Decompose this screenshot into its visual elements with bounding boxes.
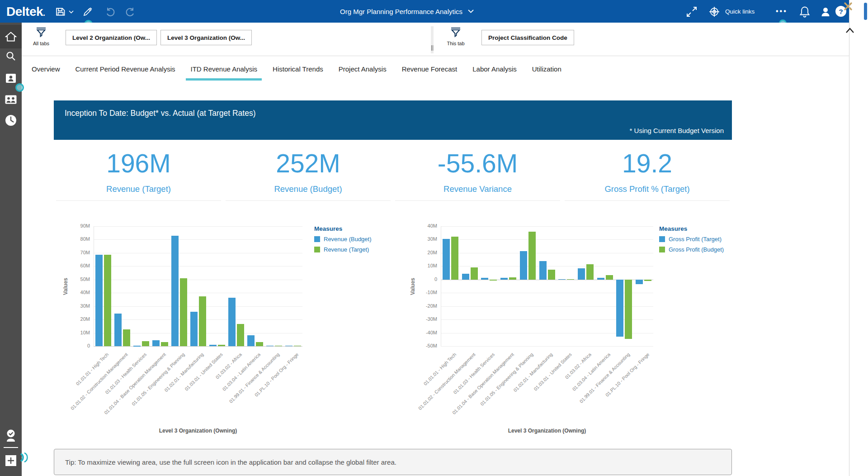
- bar-gross-profit-target[interactable]: [443, 239, 450, 280]
- chart-legend: MeasuresGross Profit (Target)Gross Profi…: [659, 225, 724, 257]
- employee-badge-icon[interactable]: [0, 73, 22, 83]
- bar-revenue-budget[interactable]: [152, 340, 160, 346]
- bar-gross-profit-budget[interactable]: [471, 267, 478, 280]
- filter-chip-level3-org[interactable]: Level 3 Organization (Ow...: [160, 30, 252, 45]
- save-icon[interactable]: [54, 5, 67, 18]
- history-clock-icon[interactable]: [0, 114, 22, 127]
- bar-gross-profit-budget[interactable]: [528, 232, 536, 279]
- bar-revenue-target[interactable]: [275, 346, 282, 347]
- tab-revenue-forecast[interactable]: Revenue Forecast: [397, 56, 462, 81]
- kpi-value: 196M: [56, 149, 221, 178]
- bar-revenue-budget[interactable]: [247, 335, 255, 346]
- bar-gross-profit-budget[interactable]: [490, 280, 497, 281]
- dashboard-title[interactable]: Org Mgr Planning Performance Analytics: [340, 0, 474, 23]
- bar-revenue-target[interactable]: [199, 296, 206, 346]
- filter-chip-level2-org[interactable]: Level 2 Organization (Ow...: [66, 30, 157, 45]
- edit-pencil-icon[interactable]: [81, 5, 94, 18]
- bar-revenue-budget[interactable]: [190, 312, 198, 346]
- bar-revenue-budget[interactable]: [209, 345, 217, 346]
- people-group-icon[interactable]: [0, 95, 22, 104]
- legend-label: Revenue (Target): [324, 246, 369, 253]
- vertical-scrollbar-thumb[interactable]: [864, 3, 867, 20]
- bar-revenue-target[interactable]: [294, 346, 301, 347]
- bar-gross-profit-target[interactable]: [578, 268, 585, 280]
- bar-gross-profit-target[interactable]: [636, 280, 643, 284]
- bar-revenue-budget[interactable]: [228, 298, 236, 347]
- tab-itd-revenue-analysis[interactable]: ITD Revenue Analysis: [186, 56, 262, 81]
- bar-revenue-target[interactable]: [142, 341, 149, 346]
- gridline: [94, 319, 302, 320]
- tab-labor-analysis[interactable]: Labor Analysis: [468, 56, 521, 81]
- add-new-icon[interactable]: [0, 455, 22, 466]
- bar-revenue-budget[interactable]: [266, 346, 274, 347]
- bar-gross-profit-target[interactable]: [481, 278, 488, 280]
- tab-utilization[interactable]: Utilization: [528, 56, 566, 81]
- undo-icon[interactable]: [104, 5, 117, 18]
- legend-item[interactable]: Revenue (Target): [314, 246, 372, 253]
- bar-gross-profit-target[interactable]: [558, 279, 566, 280]
- home-icon[interactable]: [0, 31, 22, 43]
- y-axis-tick-label: 10M: [72, 330, 90, 335]
- bar-gross-profit-budget[interactable]: [548, 270, 555, 280]
- bar-revenue-budget[interactable]: [285, 346, 292, 347]
- filter-funnel-icon: [35, 26, 47, 38]
- bar-gross-profit-target[interactable]: [616, 280, 623, 337]
- bar-revenue-target[interactable]: [237, 324, 244, 347]
- all-tabs-filter[interactable]: All tabs: [25, 26, 57, 46]
- bar-gross-profit-budget[interactable]: [509, 277, 516, 279]
- tab-overview[interactable]: Overview: [27, 56, 65, 81]
- quick-links-label[interactable]: Quick links: [725, 0, 755, 23]
- legend-item[interactable]: Gross Profit (Target): [659, 236, 724, 243]
- close-icon[interactable]: [844, 2, 853, 11]
- sidebar-divider: [4, 447, 18, 448]
- bar-gross-profit-budget[interactable]: [451, 237, 458, 280]
- filter-chip-project-classification[interactable]: Project Classification Code: [481, 30, 574, 45]
- bar-revenue-target[interactable]: [123, 329, 130, 346]
- y-axis-title: Values: [410, 277, 416, 295]
- quick-links-globe-icon[interactable]: [708, 5, 721, 18]
- gridline: [94, 293, 302, 293]
- bar-revenue-budget[interactable]: [133, 346, 141, 347]
- this-tab-filter[interactable]: This tab: [440, 26, 472, 46]
- content-right-border: [849, 0, 849, 476]
- tab-current-period-revenue-analysis[interactable]: Current Period Revenue Analysis: [71, 56, 180, 81]
- bar-revenue-budget[interactable]: [114, 314, 122, 346]
- user-check-icon[interactable]: [0, 429, 22, 443]
- legend-item[interactable]: Gross Profit (Budget): [659, 246, 724, 253]
- bar-revenue-target[interactable]: [180, 278, 187, 346]
- bar-gross-profit-budget[interactable]: [567, 279, 574, 280]
- category-label: 01.01.01 - High Tech: [75, 352, 110, 386]
- y-axis-tick-label: 60M: [72, 263, 90, 268]
- bar-gross-profit-target[interactable]: [500, 278, 508, 280]
- bar-gross-profit-target[interactable]: [520, 251, 527, 280]
- bar-gross-profit-target[interactable]: [462, 274, 469, 280]
- tab-historical-trends[interactable]: Historical Trends: [268, 56, 328, 81]
- search-icon[interactable]: [0, 51, 22, 62]
- fullscreen-icon[interactable]: [685, 5, 698, 18]
- bar-gross-profit-target[interactable]: [539, 261, 547, 280]
- dashboard-title-text: Org Mgr Planning Performance Analytics: [340, 8, 462, 15]
- bar-gross-profit-budget[interactable]: [625, 280, 632, 339]
- redo-icon[interactable]: [124, 5, 137, 18]
- kpi-label: Revenue Variance: [395, 184, 560, 194]
- bar-revenue-target[interactable]: [161, 342, 168, 346]
- notifications-bell-icon[interactable]: [798, 5, 811, 18]
- save-dropdown-chevron-icon[interactable]: [68, 5, 74, 18]
- user-profile-icon[interactable]: [819, 5, 832, 18]
- bar-revenue-budget[interactable]: [95, 255, 103, 346]
- bar-revenue-target[interactable]: [256, 342, 263, 346]
- bar-revenue-target[interactable]: [218, 345, 225, 346]
- category-label: 01.03.04 - Latin America: [222, 352, 262, 392]
- coach-mark-sidebar[interactable]: [15, 83, 24, 92]
- bar-gross-profit-budget[interactable]: [644, 280, 651, 281]
- filter-section-divider[interactable]: [431, 26, 434, 53]
- legend-title: Measures: [659, 225, 724, 232]
- bar-revenue-target[interactable]: [104, 255, 111, 346]
- bar-revenue-budget[interactable]: [171, 236, 179, 346]
- bar-gross-profit-budget[interactable]: [606, 275, 613, 280]
- bar-gross-profit-target[interactable]: [597, 278, 604, 280]
- tab-project-analysis[interactable]: Project Analysis: [334, 56, 391, 81]
- collapse-filter-chevron-icon[interactable]: [845, 27, 855, 35]
- legend-item[interactable]: Revenue (Budget): [314, 236, 372, 243]
- bar-gross-profit-budget[interactable]: [586, 264, 594, 280]
